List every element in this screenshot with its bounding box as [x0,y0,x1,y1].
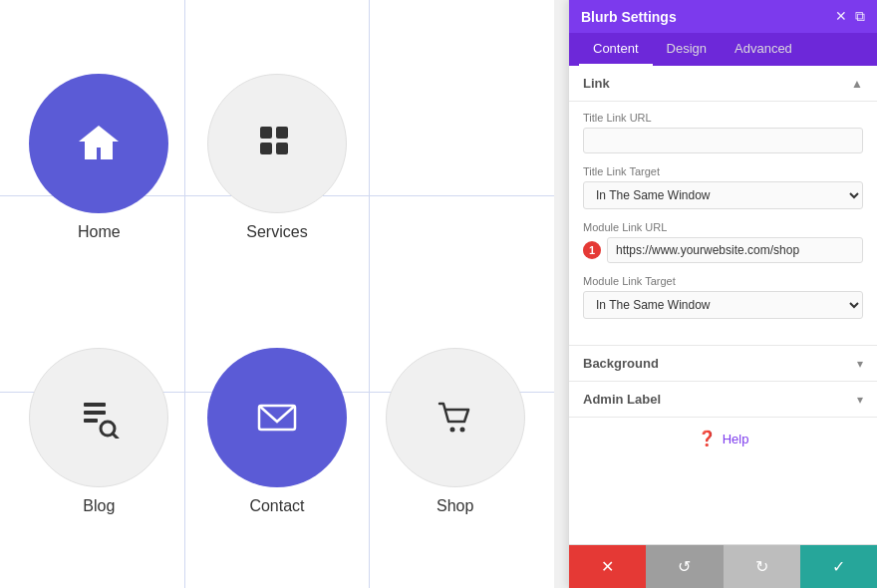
home-icon [75,120,123,167]
save-button[interactable]: ✓ [800,545,877,588]
svg-rect-3 [276,143,288,154]
svg-rect-0 [260,127,272,139]
blog-circle[interactable] [29,348,168,487]
svg-rect-5 [84,411,106,415]
module-link-url-input[interactable] [607,237,863,263]
tab-content[interactable]: Content [579,33,653,66]
list-item[interactable]: Contact [207,348,347,515]
redo-button[interactable]: ↻ [724,545,800,588]
title-link-target-select[interactable]: In The Same Window In A New Tab [583,181,863,209]
module-link-badge: 1 [583,241,601,259]
background-section: Background ▾ [569,346,877,382]
circles-grid: Home Services [0,0,554,588]
svg-line-8 [113,434,118,439]
list-item[interactable]: Shop [386,348,525,515]
settings-panel: Blurb Settings ✕ ⧉ Content Design Advanc… [568,0,877,588]
home-circle[interactable] [29,74,168,213]
services-circle[interactable] [207,74,347,213]
link-section-title: Link [583,76,610,91]
link-section-content: Title Link URL Title Link Target In The … [569,102,877,346]
blog-icon [78,397,120,439]
list-item[interactable]: Services [207,74,347,241]
link-chevron-icon: ▲ [851,77,863,91]
background-section-header[interactable]: Background ▾ [569,346,877,381]
help-icon: ❓ [698,430,717,447]
svg-rect-2 [260,143,272,154]
module-link-target-group: Module Link Target In The Same Window In… [583,275,863,319]
help-label: Help [723,432,749,446]
module-link-target-label: Module Link Target [583,275,863,287]
undo-button[interactable]: ↺ [646,545,723,588]
module-link-row: 1 [583,237,863,263]
admin-label-section-header[interactable]: Admin Label ▾ [569,382,877,417]
module-link-url-group: Module Link URL 1 [583,221,863,263]
svg-point-10 [449,427,454,432]
title-link-target-group: Title Link Target In The Same Window In … [583,165,863,209]
list-item[interactable]: Blog [29,348,168,515]
svg-rect-4 [84,403,106,407]
admin-label-chevron-icon: ▾ [857,393,863,407]
services-icon [256,123,298,164]
title-link-url-label: Title Link URL [583,112,863,124]
admin-label-section: Admin Label ▾ [569,382,877,418]
canvas-area: Home Services [0,0,554,588]
cancel-button[interactable]: ✕ [569,545,646,588]
shop-circle[interactable] [386,348,525,487]
title-link-target-label: Title Link Target [583,165,863,177]
background-chevron-icon: ▾ [857,357,863,371]
help-row[interactable]: ❓ Help [569,418,877,459]
blog-label: Blog [83,497,115,515]
svg-rect-1 [276,127,288,139]
list-item[interactable]: Home [29,74,168,241]
panel-header-icons: ✕ ⧉ [835,8,865,25]
panel-title: Blurb Settings [581,9,677,25]
panel-footer: ✕ ↺ ↻ ✓ [569,544,877,588]
svg-rect-6 [84,419,98,423]
title-link-url-input[interactable] [583,128,863,153]
close-icon[interactable]: ✕ [835,8,847,25]
tab-design[interactable]: Design [653,33,721,66]
shop-icon [434,396,477,440]
title-link-url-group: Title Link URL [583,112,863,153]
shop-label: Shop [437,497,473,515]
contact-circle[interactable] [207,348,347,487]
contact-label: Contact [249,497,304,515]
services-label: Services [246,223,307,241]
module-link-url-label: Module Link URL [583,221,863,233]
contact-icon [255,396,299,440]
tab-advanced[interactable]: Advanced [721,33,806,66]
svg-point-11 [459,427,464,432]
panel-body: Link ▲ Title Link URL Title Link Target … [569,66,877,544]
panel-header: Blurb Settings ✕ ⧉ [569,0,877,33]
background-section-title: Background [583,356,659,371]
module-link-target-select[interactable]: In The Same Window In A New Tab [583,291,863,319]
home-label: Home [78,223,121,241]
link-section-header[interactable]: Link ▲ [569,66,877,102]
panel-tabs: Content Design Advanced [569,33,877,66]
admin-label-section-title: Admin Label [583,392,661,407]
expand-icon[interactable]: ⧉ [855,8,865,25]
